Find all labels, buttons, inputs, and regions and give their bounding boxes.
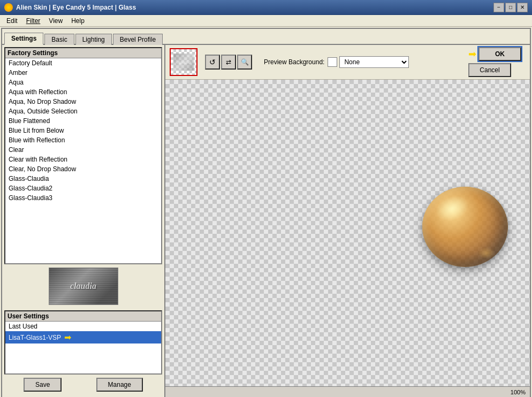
content-area: Factory Settings Factory Default Amber A…: [2, 45, 530, 397]
top-toolbar: claudia ↺ ⇄ 🔍 Prev: [165, 45, 530, 80]
thumbnail-content: claudia: [171, 49, 196, 75]
app-icon: [4, 3, 13, 12]
toolbar-icons: ↺ ⇄ 🔍: [205, 55, 252, 70]
list-item-clear-reflection[interactable]: Clear with Reflection: [5, 155, 161, 164]
reset-icon: ↺: [209, 58, 216, 66]
left-preview-image: claudia: [4, 268, 162, 305]
claudia-preview-img: claudia: [49, 268, 118, 305]
tab-lighting[interactable]: Lighting: [75, 34, 112, 45]
list-item-factory-default[interactable]: Factory Default: [5, 58, 161, 68]
user-settings-last-used[interactable]: Last Used: [5, 322, 161, 331]
cancel-button[interactable]: Cancel: [468, 63, 511, 77]
bg-color-box[interactable]: [328, 57, 337, 67]
user-settings-header: User Settings: [5, 311, 161, 322]
list-item-clear-no-drop[interactable]: Clear, No Drop Shadow: [5, 164, 161, 174]
selected-user-setting[interactable]: LisaT-Glass1-VSP ➡: [5, 331, 161, 343]
minimize-button[interactable]: −: [493, 3, 504, 12]
reset-icon-button[interactable]: ↺: [205, 55, 220, 70]
list-item-aqua-outside[interactable]: Aqua, Outside Selection: [5, 106, 161, 116]
user-settings-section: User Settings Last Used LisaT-Glass1-VSP…: [4, 310, 162, 375]
preview-bg-dropdown[interactable]: None White Black Custom: [339, 56, 409, 68]
list-item-aqua[interactable]: Aqua: [5, 78, 161, 87]
tab-basic[interactable]: Basic: [44, 34, 74, 45]
ok-button[interactable]: OK: [478, 47, 521, 61]
tabs-row: Settings Basic Lighting Bevel Profile: [2, 29, 530, 45]
list-item-blue-flattened[interactable]: Blue Flattened: [5, 116, 161, 126]
maximize-button[interactable]: □: [505, 3, 516, 12]
save-button[interactable]: Save: [24, 378, 62, 392]
factory-settings-header: Factory Settings: [5, 48, 161, 58]
preview-bg-label: Preview Background:: [264, 58, 324, 66]
menu-bar: Edit Filter View Help: [0, 15, 532, 27]
list-item-glass-claudia3[interactable]: Glass-Claudia3: [5, 193, 161, 203]
menu-edit[interactable]: Edit: [2, 16, 22, 26]
settings-list-scroll[interactable]: Factory Default Amber Aqua Aqua with Ref…: [5, 58, 161, 263]
close-button[interactable]: ✕: [517, 3, 528, 12]
preview-bg-select: None White Black Custom: [328, 56, 409, 68]
left-panel: Factory Settings Factory Default Amber A…: [2, 45, 165, 397]
status-bar: 100%: [165, 386, 530, 397]
list-item-clear[interactable]: Clear: [5, 145, 161, 155]
tab-settings[interactable]: Settings: [4, 33, 43, 45]
menu-filter[interactable]: Filter: [22, 16, 45, 26]
tab-bevel-profile[interactable]: Bevel Profile: [113, 34, 163, 45]
window-title: Alien Skin | Eye Candy 5 Impact | Glass: [16, 4, 136, 11]
zoom-level: 100%: [511, 389, 526, 395]
list-item-blue-reflection[interactable]: Blue with Reflection: [5, 135, 161, 145]
flip-icon-button[interactable]: ⇄: [221, 55, 236, 70]
title-bar: Alien Skin | Eye Candy 5 Impact | Glass …: [0, 0, 532, 15]
zoom-icon-button[interactable]: 🔍: [237, 55, 252, 70]
window-controls: − □ ✕: [493, 3, 528, 12]
list-item-glass-claudia2[interactable]: Glass-Claudia2: [5, 184, 161, 193]
list-item-amber[interactable]: Amber: [5, 68, 161, 78]
preview-area: [165, 80, 530, 386]
bottom-buttons: Save Manage: [4, 375, 162, 395]
zoom-icon: 🔍: [241, 58, 249, 66]
main-window: Settings Basic Lighting Bevel Profile Fa…: [1, 28, 531, 397]
list-item-aqua-reflection[interactable]: Aqua with Reflection: [5, 87, 161, 97]
selected-arrow-icon: ➡: [64, 332, 71, 342]
thumbnail-preview: claudia: [170, 48, 197, 76]
menu-view[interactable]: View: [44, 16, 67, 26]
selected-item-label: LisaT-Glass1-VSP: [9, 334, 61, 341]
list-item-glass-claudia[interactable]: Glass-Claudia: [5, 174, 161, 184]
glass-ball-preview: [422, 187, 508, 267]
list-item-blue-lit[interactable]: Blue Lit from Below: [5, 126, 161, 135]
menu-help[interactable]: Help: [67, 16, 89, 26]
manage-button[interactable]: Manage: [96, 378, 143, 392]
right-area: claudia ↺ ⇄ 🔍 Prev: [165, 45, 530, 397]
settings-list-container: Factory Settings Factory Default Amber A…: [4, 47, 162, 264]
list-item-aqua-no-drop[interactable]: Aqua, No Drop Shadow: [5, 97, 161, 106]
flip-icon: ⇄: [226, 58, 231, 66]
ok-arrow-icon: ➡: [468, 48, 476, 60]
ok-cancel-area: ➡ OK Cancel: [468, 47, 521, 77]
